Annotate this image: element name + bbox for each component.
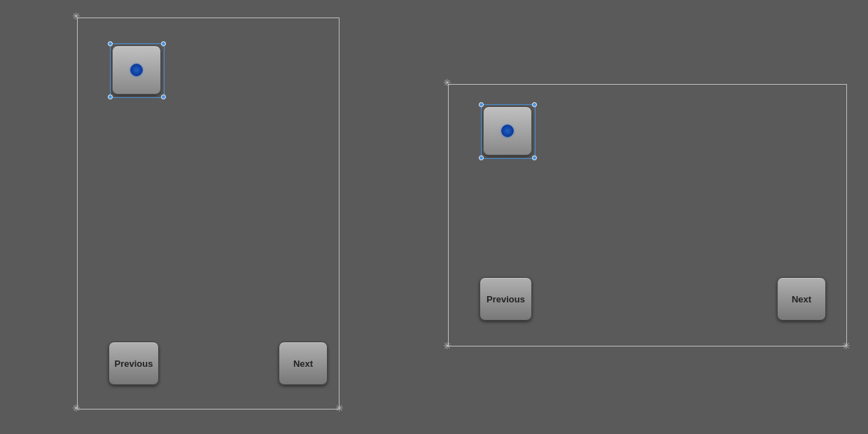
dot-portrait-br [161, 94, 166, 99]
dot-landscape-br [532, 155, 537, 160]
dot-portrait-tr [161, 41, 166, 46]
resize-handle-portrait-bl[interactable]: ✳ [72, 403, 80, 413]
dot-portrait-tl [108, 41, 113, 46]
previous-label-landscape: Previous [486, 294, 525, 304]
resize-handle-landscape-br[interactable]: ✳ [842, 341, 850, 351]
next-label-landscape: Next [792, 294, 811, 304]
next-button-landscape[interactable]: Next [777, 277, 826, 321]
dot-landscape-tr [532, 102, 537, 107]
menu-button-portrait[interactable] [112, 46, 161, 94]
dot-landscape-tl [479, 102, 484, 107]
dot-landscape-bl [479, 155, 484, 160]
previous-button-portrait[interactable]: Previous [108, 342, 159, 385]
dot-portrait-bl [108, 94, 113, 99]
next-label-portrait: Next [293, 358, 313, 369]
menu-icon-portrait [130, 64, 143, 76]
menu-icon-landscape [501, 125, 514, 137]
resize-handle-portrait-tl[interactable]: ✳ [72, 11, 80, 21]
menu-button-landscape[interactable] [483, 106, 532, 155]
canvas: ✳ ✳ ✳ Previous Next ✳ ✳ ✳ Previous [0, 0, 868, 434]
previous-button-landscape[interactable]: Previous [479, 277, 532, 321]
next-button-portrait[interactable]: Next [279, 342, 328, 385]
resize-handle-landscape-tl[interactable]: ✳ [443, 78, 451, 88]
resize-handle-landscape-bl[interactable]: ✳ [443, 341, 451, 351]
resize-handle-portrait-br[interactable]: ✳ [335, 403, 344, 413]
previous-label-portrait: Previous [115, 358, 153, 369]
